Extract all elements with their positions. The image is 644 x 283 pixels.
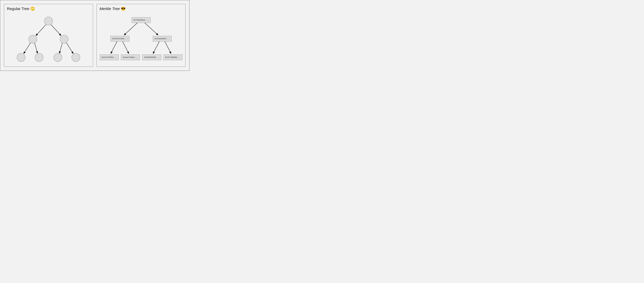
regular-tree-title: Regular Tree 🙄 (7, 6, 90, 11)
merkle-edge-right-leaf3 (153, 41, 159, 53)
regular-tree-title-text: Regular Tree (7, 6, 29, 11)
merkle-leaf4-hash: 0x317dbb0d... (165, 56, 180, 58)
merkle-mid-right-hash: 0x15d2e6af... (154, 37, 170, 40)
eye-roll-emoji-icon: 🙄 (30, 6, 35, 11)
merkle-edge-root-left (124, 23, 137, 35)
node-right (60, 35, 68, 43)
merkle-leaf1-hash: 0xe122fd9d... (102, 56, 117, 58)
node-leaf3 (54, 53, 62, 62)
diagram-container: Regular Tree 🙄 (4, 4, 186, 67)
merkle-tree-title-text: Merkle Tree (100, 6, 120, 11)
merkle-leaf2-hash: 0xeea74da3... (123, 56, 138, 58)
regular-tree-svg (4, 12, 93, 67)
regular-tree-panel: Regular Tree 🙄 (4, 4, 93, 67)
node-leaf2 (35, 53, 43, 62)
node-leaf4 (72, 53, 80, 62)
edge-root-right (51, 25, 61, 36)
edge-left-leaf1 (24, 43, 30, 53)
edge-left-leaf2 (35, 43, 38, 53)
regular-tree-area (4, 12, 93, 67)
node-left (28, 35, 37, 43)
merkle-mid-left-hash: 0x4f547a9d... (112, 37, 128, 40)
edge-right-leaf4 (66, 43, 73, 53)
merkle-edge-right-leaf4 (165, 41, 171, 53)
merkle-root-hash: 0x7beb99ae... (134, 19, 149, 21)
merkle-tree-title: Merkle Tree 😎 (100, 6, 183, 11)
merkle-edge-left-leaf2 (122, 41, 129, 53)
edge-right-leaf3 (60, 43, 62, 53)
edge-root-left (36, 25, 46, 36)
node-root (44, 17, 53, 25)
merkle-tree-svg: 0x7beb99ae... 0x4f547a9d... 0x15d2e6af..… (97, 12, 186, 67)
merkle-leaf3-hash: 0xd930e690... (144, 56, 159, 58)
merkle-edge-left-leaf1 (111, 41, 117, 53)
node-leaf1 (17, 53, 25, 62)
merkle-tree-panel: Merkle Tree 😎 0x7beb99ae... 0x4f547a9d..… (96, 4, 186, 67)
merkle-edge-root-right (145, 23, 158, 35)
sunglasses-emoji-icon: 😎 (121, 6, 126, 11)
merkle-tree-area: 0x7beb99ae... 0x4f547a9d... 0x15d2e6af..… (97, 12, 186, 67)
